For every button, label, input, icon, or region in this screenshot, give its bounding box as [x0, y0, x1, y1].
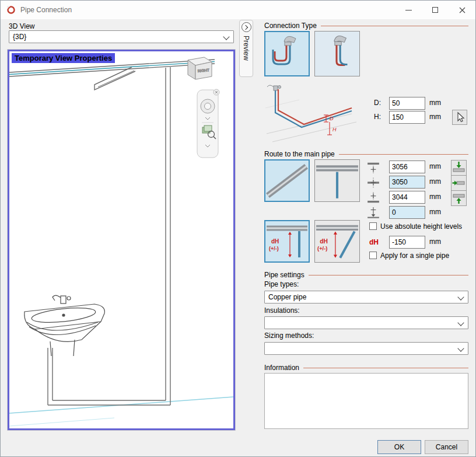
align-top-button[interactable] [451, 160, 467, 176]
title-bar: Pipe Connection [1, 1, 475, 19]
view-label: 3D View [9, 22, 34, 30]
pipe-types-label: Pipe types: [264, 280, 299, 288]
pipe-settings-group-header: Pipe settings [264, 271, 468, 279]
blue-pipe [275, 90, 352, 127]
route-option-dh-sloped[interactable]: dH (+/-) [314, 220, 360, 263]
align-center-icon [452, 176, 466, 190]
sloped-pipe-thumbnail [265, 161, 309, 201]
connection-direct-thumbnail [315, 32, 359, 76]
height-top-input[interactable] [389, 161, 425, 173]
viewport-3d[interactable]: Temporary View Properties [8, 50, 235, 430]
cursor-pick-icon [453, 110, 467, 124]
navigation-toolbar[interactable] [197, 89, 219, 158]
dh-thumb-label: dH [271, 238, 279, 245]
use-absolute-label: Use absolute height levels [380, 222, 462, 231]
route-option-sloped[interactable] [264, 159, 310, 202]
diagram-d-label: D [330, 116, 334, 121]
view-cube[interactable]: RIGHT [188, 57, 212, 79]
information-title: Information [264, 364, 299, 372]
use-absolute-checkbox[interactable] [369, 222, 377, 230]
d-unit: mm [429, 99, 441, 107]
h-unit: mm [429, 113, 441, 121]
route-title: Route to the main pipe [264, 150, 335, 158]
align-top-icon [452, 161, 466, 175]
chevron-right-icon [243, 25, 248, 29]
connection-type-option-loop[interactable] [264, 31, 310, 76]
route-option-straight[interactable] [314, 159, 360, 202]
single-pipe-checkbox[interactable] [369, 252, 377, 259]
height-bottom-unit: mm [429, 193, 441, 201]
maximize-icon [432, 7, 438, 13]
viewport-3d-scene: RIGHT [9, 51, 233, 428]
minimize-icon [405, 10, 412, 11]
pick-in-model-button[interactable] [452, 110, 467, 125]
app-icon [6, 5, 16, 15]
chevron-down-icon [223, 33, 229, 40]
view-selector-value: {3D} [13, 33, 26, 41]
dh-unit: mm [429, 238, 441, 246]
group-divider-line [339, 154, 468, 155]
height-center-input[interactable] [389, 176, 425, 189]
expand-panel-icon[interactable] [242, 22, 251, 32]
height-top-unit: mm [429, 162, 441, 170]
d-input[interactable] [389, 97, 425, 110]
chevron-down-icon [457, 345, 464, 351]
dh-vertical-thumbnail: dH (+/-) [265, 221, 309, 261]
h-label: H: [374, 113, 381, 121]
cancel-button[interactable]: Cancel [425, 440, 468, 454]
red-pipe [278, 89, 352, 124]
single-pipe-label: Apply for a single pipe [380, 252, 449, 260]
height-center-unit: mm [429, 177, 441, 186]
main-pipes [9, 60, 215, 90]
align-bottom-icon [452, 191, 466, 205]
group-divider-line [321, 26, 468, 26]
chevron-down-icon [457, 294, 464, 300]
window-title: Pipe Connection [20, 6, 72, 14]
dh-sloped-thumbnail: dH (+/-) [315, 221, 359, 262]
temporary-view-properties-banner: Temporary View Properties [12, 53, 115, 63]
dh-input[interactable] [389, 236, 425, 249]
group-divider-line [303, 368, 468, 368]
dh-label: dH [369, 238, 379, 246]
connection-loop-thumbnail [265, 32, 309, 75]
h-input[interactable] [389, 111, 425, 124]
information-box [264, 373, 468, 429]
pipe-center-level-icon [367, 176, 380, 189]
ok-button[interactable]: OK [377, 440, 421, 454]
diagram-h-label: H [332, 127, 337, 132]
pipe-types-value: Copper pipe [268, 293, 306, 301]
minimize-button[interactable] [395, 1, 422, 19]
pipe-types-select[interactable]: Copper pipe [264, 291, 468, 303]
d-label: D: [374, 99, 381, 107]
riser-pipes [48, 67, 170, 405]
faucet-icon [274, 86, 278, 90]
straight-pipe-thumbnail [315, 160, 359, 201]
height-bottom-input[interactable] [389, 191, 425, 204]
route-group-header: Route to the main pipe [264, 150, 468, 158]
preview-panel-toggle[interactable]: Preview [239, 20, 253, 77]
sizing-methods-label: Sizing methods: [264, 332, 314, 340]
close-icon [459, 7, 466, 13]
pipe-settings-title: Pipe settings [264, 271, 304, 279]
align-bottom-button[interactable] [451, 190, 467, 206]
dh-thumb-label: dH [320, 238, 328, 245]
sizing-methods-select[interactable] [264, 342, 468, 355]
route-option-dh-vertical[interactable]: dH (+/-) [264, 220, 310, 263]
sink-fixture [24, 295, 105, 356]
offset-input[interactable] [389, 206, 425, 219]
pipe-top-level-icon [367, 161, 380, 174]
floor-line-2 [9, 418, 114, 426]
distance-to-floor-icon [367, 207, 380, 219]
information-group-header: Information [264, 364, 468, 372]
view-selector[interactable]: {3D} [9, 30, 234, 43]
maximize-button[interactable] [422, 1, 449, 19]
insulations-label: Insulations: [264, 306, 300, 315]
connection-type-option-direct[interactable] [314, 31, 360, 76]
connection-dimension-diagram: D H [264, 82, 359, 146]
dh-thumb-sublabel: (+/-) [317, 246, 327, 252]
insulations-select[interactable] [264, 316, 468, 329]
close-button[interactable] [449, 1, 475, 19]
connection-type-group-header: Connection Type [264, 22, 468, 30]
align-center-button[interactable] [451, 175, 467, 191]
pipe-bottom-level-icon [367, 191, 380, 204]
